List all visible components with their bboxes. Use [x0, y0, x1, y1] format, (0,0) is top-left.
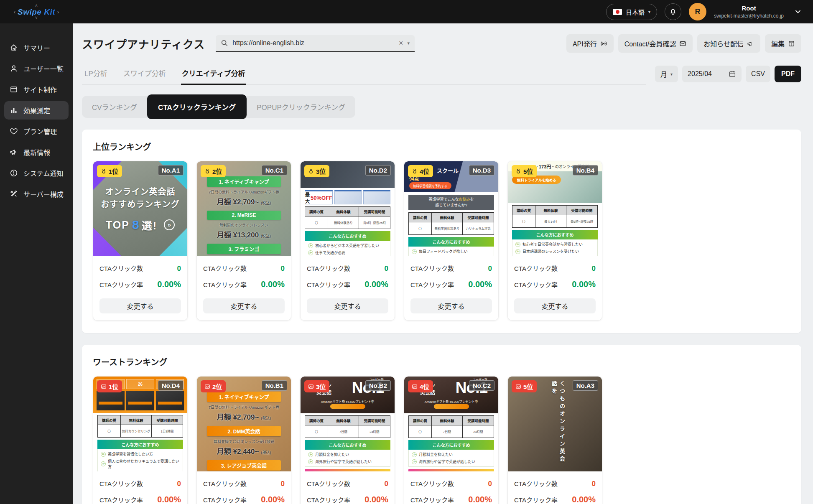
broken-image-icon [204, 384, 210, 389]
logo-zone[interactable]: ˄ ‹ Swipe Kit › ˅ [0, 4, 73, 20]
ribbon-sub: 7日間の無料トライアル+Amazonギフト券 [197, 189, 291, 195]
recommend-list: ≫月額料金を抑えたい ≫海外旅行や留学で英語が話したい [305, 450, 390, 467]
cta-rate-value: 0.00% [157, 495, 181, 504]
recommend-bar: こんな方におすすめ [97, 440, 183, 449]
recommend-bar: こんな方におすすめ [512, 230, 598, 239]
creative-thumbnail[interactable]: 最大50%OFF 講師の質無料体験受講可能時間 〇無料体験あり毎6時~深夜25時… [301, 161, 395, 256]
bell-icon [669, 8, 677, 16]
tab-swipe-analysis[interactable]: スワイプ分析 [122, 65, 167, 84]
ribbon-price: 月額 ¥2,709~ (税込) [197, 411, 291, 422]
period-date-input[interactable]: 2025/04 [682, 66, 742, 82]
cta-clicks-value: 0 [281, 265, 285, 273]
check-icon: ≫ [515, 249, 520, 254]
recommend-bar: こんな方におすすめ [408, 440, 494, 450]
check-icon: ≫ [412, 452, 417, 457]
cta-rate-label: CTAクリック率 [99, 495, 143, 504]
section-title: 上位ランキング [93, 140, 790, 153]
creative-card: 最大50%OFF 講師の質無料体験受講可能時間 〇無料体験あり毎6時~深夜25時… [300, 161, 395, 321]
cta-rate-value: 0.00% [261, 280, 285, 289]
cta-ribbon: 無料学習相談を予約する [409, 182, 451, 189]
cta-rate-value: 0.00% [364, 280, 388, 289]
clear-search-icon[interactable]: × [399, 39, 403, 48]
top-bar: ˄ ‹ Swipe Kit › ˅ 日本語 ▾ R Root swipekit-… [0, 0, 813, 23]
avatar[interactable]: R [689, 3, 706, 20]
logo-chevron-right-icon: › [57, 9, 59, 15]
sidebar-item-analytics[interactable]: 効果測定 [4, 101, 69, 120]
recommend-bar: こんな方におすすめ [305, 440, 390, 450]
creative-thumbnail[interactable]: 1. ネイティブキャンプ 7日間の無料トライアル+Amazonギフト券 月額 ¥… [197, 161, 291, 256]
notifications-button[interactable] [665, 3, 681, 20]
tab-lp-analysis[interactable]: LP分析 [84, 65, 108, 84]
creative-thumbnail[interactable]: オンライン英会話 ユーザー数 No.1 Amazonギフト券 ¥5,000プレゼ… [404, 377, 498, 471]
edit-button[interactable]: 編集 [765, 34, 801, 53]
tab-creative-analysis[interactable]: クリエイティブ分析 [181, 65, 246, 85]
change-button[interactable]: 変更する [307, 298, 388, 313]
cta-rate-value: 0.00% [468, 280, 492, 289]
ribbon-price: 月額 ¥2,440~ (税込) [197, 445, 291, 456]
medal-icon [308, 168, 314, 174]
creative-card: オンライン英会話 おすすめランキング TOP 8 選! » 1位 No.A1 [93, 161, 188, 321]
sidebar-item-label: サマリー [23, 43, 50, 53]
decor-gradient-bar [305, 469, 390, 471]
sidebar-item-summary[interactable]: サマリー [4, 38, 69, 57]
period-unit-select[interactable]: 月 ▾ [655, 66, 678, 82]
contact-label: Contact/会員確認 [624, 38, 676, 48]
check-icon: ≫ [515, 242, 520, 247]
sidebar-item-server-config[interactable]: サーバー構成 [4, 185, 69, 203]
cta-clicks-label: CTAクリック数 [99, 479, 143, 488]
csv-export-button[interactable]: CSV [746, 66, 770, 82]
change-button[interactable]: 変更する [99, 298, 181, 313]
sidebar-item-news[interactable]: 最新情報 [4, 143, 69, 161]
decor-gradient-bar [408, 469, 494, 471]
api-issue-button[interactable]: API発行 [566, 34, 614, 53]
creative-card: オンライン英会話 ユーザー数 No.1 Amazonギフト券 ¥5,000プレゼ… [404, 376, 499, 504]
sidebar-item-system-notifications[interactable]: システム通知 [4, 164, 69, 182]
analysis-tabs: LP分析 スワイプ分析 クリエイティブ分析 [82, 65, 646, 85]
rank-badge: 5位 [512, 380, 537, 392]
recommend-bar: こんな方におすすめ [408, 237, 494, 247]
sidebar-item-plans[interactable]: プラン管理 [4, 122, 69, 140]
user-menu-chevron-icon[interactable] [794, 8, 802, 16]
logo-chevron-left-icon: ‹ [14, 9, 15, 15]
japan-flag-icon [613, 9, 622, 15]
change-button[interactable]: 変更する [410, 298, 492, 313]
creative-thumbnail[interactable]: スクール 94点 無料学習相談を予約する 英語学習でこんなお悩みを 感じていませ… [404, 161, 498, 256]
user-name: Root [714, 5, 784, 12]
search-dropdown-icon[interactable]: ▾ [408, 41, 410, 46]
creative-thumbnail[interactable]: くつものオンライン英会話を 5位 No.A3 [508, 377, 602, 471]
broken-image-icon [308, 384, 314, 389]
creative-thumbnail[interactable]: 1レッスン173円~ のオンライン英会話 無料トライアルを始める 講師の質無料体… [508, 161, 602, 256]
recommend-list: ≫初心者からビジネス英語を学習したい ≫仕事で英語が必要 [305, 241, 390, 256]
announcement-button[interactable]: お知らせ配信 [697, 34, 760, 53]
cta-clicks-label: CTAクリック数 [307, 479, 350, 488]
sidebar-item-site-builder[interactable]: サイト制作 [4, 80, 69, 99]
cta-clicks-label: CTAクリック数 [410, 479, 454, 488]
change-button[interactable]: 変更する [514, 298, 596, 313]
broadcast-icon [600, 40, 607, 47]
contact-member-check-button[interactable]: Contact/会員確認 [618, 34, 693, 53]
cta-clicks-value: 0 [177, 480, 181, 488]
subtab-cv-ranking[interactable]: CVランキング [82, 96, 147, 118]
creative-thumbnail[interactable]: 98% 26 406 講師の質無料体験受講可能時間 〇無料カウンセリング1日3時… [93, 377, 187, 471]
medal-icon [101, 168, 107, 174]
cta-rate-value: 0.00% [364, 495, 388, 504]
language-selector[interactable]: 日本語 ▾ [606, 4, 657, 20]
banner [363, 190, 390, 204]
cta-rate-label: CTAクリック率 [307, 280, 350, 289]
subtab-popup-click-ranking[interactable]: POPUPクリックランキング [247, 96, 355, 118]
pdf-export-button[interactable]: PDF [775, 66, 801, 82]
window-icon [10, 85, 18, 94]
sidebar-item-users[interactable]: ユーザー一覧 [4, 59, 69, 78]
ribbon-sub: 無制限のオンラインレッスン [197, 222, 291, 228]
search-input[interactable] [232, 39, 395, 47]
cta-clicks-value: 0 [281, 480, 285, 488]
creative-number-tag: No.A1 [158, 165, 183, 176]
creative-thumbnail[interactable]: 1. ネイティブキャンプ 7日間の無料トライアル+Amazonギフト券 月額 ¥… [197, 377, 291, 471]
creative-thumbnail[interactable]: オンライン英会話 ユーザー数 No.1 Amazonギフト券 ¥5,000プレゼ… [301, 377, 395, 471]
change-button[interactable]: 変更する [203, 298, 285, 313]
site-search: × ▾ [216, 35, 415, 52]
creative-thumbnail[interactable]: オンライン英会話 おすすめランキング TOP 8 選! » 1位 No.A1 [93, 161, 187, 256]
subtab-cta-click-ranking[interactable]: CTAクリックランキング [147, 94, 247, 119]
check-icon: ≫ [101, 452, 106, 457]
creative-number-tag: No.B4 [573, 165, 598, 176]
